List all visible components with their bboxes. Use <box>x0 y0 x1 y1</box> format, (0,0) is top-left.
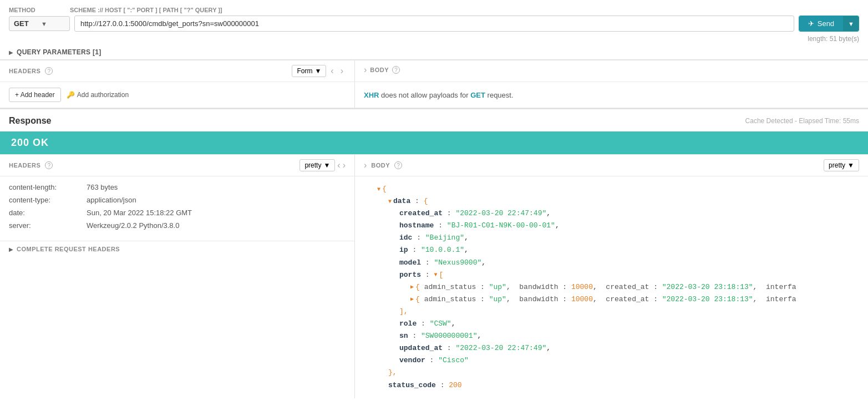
json-line: created_at : "2022-03-20 22:47:49", <box>366 207 857 220</box>
form-label: Form <box>297 67 312 75</box>
header-key: date: <box>9 209 87 217</box>
send-dropdown-button[interactable]: ▼ <box>843 16 859 31</box>
form-button[interactable]: Form ▼ <box>292 65 326 77</box>
send-arrow-icon: ✈ <box>808 19 814 28</box>
response-body-panel-header: › BODY ? pretty ▼ <box>355 155 868 176</box>
add-header-xhr-row: + Add header 🔑 Add authorization XHR doe… <box>0 82 868 108</box>
response-body-info-icon: ? <box>394 161 402 169</box>
json-line: ▼ { <box>366 183 857 195</box>
header-val: application/json <box>87 196 136 204</box>
headers-label-top: HEADERS <box>9 68 40 74</box>
get-label: GET <box>470 91 485 99</box>
json-line: role : "CSW", <box>366 318 857 330</box>
method-label: METHOD <box>9 7 70 13</box>
json-line: ports : ▼ [ <box>366 269 857 281</box>
header-key: server: <box>9 221 87 230</box>
response-headers-pretty-chevron: ▼ <box>323 161 330 169</box>
response-body-label: BODY <box>371 162 390 169</box>
json-line: ], <box>366 306 857 318</box>
collapse-icon[interactable]: ▼ <box>377 185 380 194</box>
response-body-pretty-button[interactable]: pretty ▼ <box>824 159 859 171</box>
cache-text: Cache Detected - Elapsed Time: 55ms <box>745 117 859 125</box>
body-expand-icon[interactable]: › <box>364 65 367 75</box>
response-title: Response <box>9 116 51 126</box>
response-headers-pretty-label: pretty <box>304 161 321 169</box>
header-val: Sun, 20 Mar 2022 15:18:22 GMT <box>87 209 192 217</box>
method-chevron-icon: ▼ <box>41 21 65 27</box>
response-headers-controls: pretty ▼ ‹ › <box>300 159 346 171</box>
query-params-label: QUERY PARAMETERS [1] <box>17 48 101 56</box>
response-headers-nav-left-icon[interactable]: ‹ <box>337 160 340 170</box>
body-top-row: › BODY ? <box>364 65 859 75</box>
length-text: length: 51 byte(s) <box>9 35 859 43</box>
headers-panel-top: HEADERS ? Form ▼ ‹ › <box>0 60 355 82</box>
table-row: date: Sun, 20 Mar 2022 15:18:22 GMT <box>9 209 346 217</box>
response-headers-pretty-button[interactable]: pretty ▼ <box>300 159 335 171</box>
port2-collapse-icon[interactable]: ▶ <box>410 295 414 304</box>
nav-left-arrow-icon[interactable]: ‹ <box>328 65 336 77</box>
json-line: sn : "SW000000001", <box>366 330 857 342</box>
header-val: Werkzeug/2.0.2 Python/3.8.0 <box>87 221 179 230</box>
json-line: idc : "Beijing", <box>366 232 857 244</box>
response-split: HEADERS ? pretty ▼ ‹ › content-length: 7… <box>0 154 868 398</box>
query-params-row[interactable]: ▶ QUERY PARAMETERS [1] <box>9 45 859 59</box>
response-headers-panel: HEADERS ? pretty ▼ ‹ › content-length: 7… <box>0 155 355 398</box>
body-info-icon: ? <box>392 66 400 74</box>
headers-body-container: HEADERS ? Form ▼ ‹ › › BODY ? <box>0 60 868 82</box>
port1-collapse-icon[interactable]: ▶ <box>410 282 414 292</box>
xhr-post: request. <box>485 91 514 99</box>
xhr-label: XHR <box>364 91 379 99</box>
response-body-pretty-label: pretty <box>829 161 845 169</box>
json-body: ▼ { ▼ data : { created_at : "2022-03-20 … <box>355 176 868 398</box>
xhr-mid: does not allow payloads for <box>379 91 470 99</box>
query-params-expand-icon: ▶ <box>9 49 13 55</box>
header-val: 763 bytes <box>87 183 118 191</box>
json-line: }, <box>366 367 857 379</box>
response-body-panel: › BODY ? pretty ▼ ▼ { ▼ data <box>355 155 868 398</box>
json-line: ▶ { admin_status : "up" , bandwidth : 10… <box>366 293 857 306</box>
status-text: 200 OK <box>11 137 49 148</box>
complete-request-headers-row[interactable]: ▶ COMPLETE REQUEST HEADERS <box>0 241 354 257</box>
table-row: content-type: application/json <box>9 196 346 204</box>
ports-collapse-icon[interactable]: ▼ <box>434 270 437 280</box>
response-section: Response Cache Detected - Elapsed Time: … <box>0 108 868 398</box>
response-body-controls: pretty ▼ <box>824 159 859 171</box>
json-line: ip : "10.0.0.1", <box>366 244 857 256</box>
response-body-expand-icon[interactable]: › <box>364 160 367 170</box>
response-headers-nav-right-icon[interactable]: › <box>343 160 346 170</box>
status-bar: 200 OK <box>0 131 868 154</box>
add-header-button[interactable]: + Add header <box>9 88 61 102</box>
send-button-group: ✈ Send ▼ <box>799 16 859 32</box>
method-value: GET <box>14 19 38 28</box>
json-line: model : "Nexus9000", <box>366 257 857 269</box>
json-line: status_code : 200 <box>366 379 857 392</box>
response-headers-info-icon: ? <box>45 161 53 169</box>
headers-info-icon: ? <box>45 67 53 75</box>
headers-top-row: HEADERS ? Form ▼ ‹ › <box>9 65 346 77</box>
add-header-label: + Add header <box>15 91 55 99</box>
xhr-message: XHR does not allow payloads for GET requ… <box>364 91 514 99</box>
table-row: server: Werkzeug/2.0.2 Python/3.8.0 <box>9 221 346 230</box>
body-panel-top: › BODY ? <box>355 60 868 82</box>
response-headers-table: content-length: 763 bytes content-type: … <box>0 176 354 241</box>
response-header-row: Response Cache Detected - Elapsed Time: … <box>0 109 868 131</box>
nav-right-arrow-icon[interactable]: › <box>338 65 346 77</box>
xhr-message-section: XHR does not allow payloads for GET requ… <box>355 82 868 108</box>
form-chevron-icon: ▼ <box>314 67 321 75</box>
table-row: content-length: 763 bytes <box>9 183 346 191</box>
send-main-button[interactable]: ✈ Send <box>799 16 843 31</box>
labels-row: METHOD SCHEME :// HOST [ ":" PORT ] [ PA… <box>9 7 859 13</box>
send-label: Send <box>818 19 834 28</box>
json-line: ▶ { admin_status : "up" , bandwidth : 10… <box>366 281 857 293</box>
lock-icon: 🔑 <box>67 91 75 99</box>
data-collapse-icon[interactable]: ▼ <box>388 197 392 206</box>
method-select[interactable]: GET ▼ <box>9 16 70 31</box>
json-line: ▼ data : { <box>366 195 857 207</box>
url-input[interactable] <box>74 16 794 32</box>
header-key: content-length: <box>9 183 87 191</box>
complete-req-expand-icon: ▶ <box>9 246 13 252</box>
add-auth-button[interactable]: 🔑 Add authorization <box>67 91 129 99</box>
response-headers-label: HEADERS <box>9 162 40 169</box>
json-line: hostname : "BJ-R01-C01-N9K-00-00-01", <box>366 220 857 232</box>
body-label-top: BODY <box>370 67 389 73</box>
